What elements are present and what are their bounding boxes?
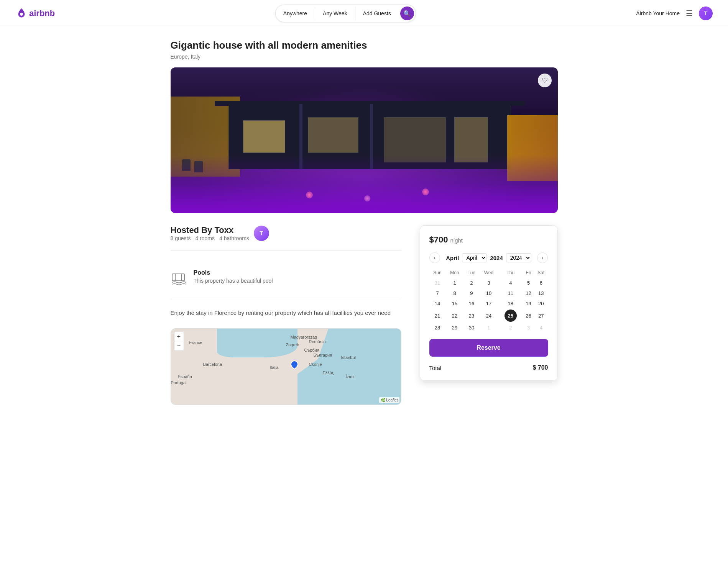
calendar-day[interactable]: 2 <box>498 323 523 333</box>
host-name: Hosted By Toxx <box>171 225 249 235</box>
calendar-day[interactable]: 24 <box>479 309 498 323</box>
calendar-day[interactable]: 30 <box>464 323 480 333</box>
content-grid: Hosted By Toxx 8 guests 4 rooms 4 bathro… <box>171 225 558 405</box>
calendar-day[interactable]: 8 <box>446 288 464 298</box>
amenity-title: Pools <box>194 269 273 276</box>
total-section: Total $ 700 <box>429 364 548 371</box>
map-zoom-in[interactable]: + <box>174 332 184 341</box>
calendar-day[interactable]: 3 <box>523 323 534 333</box>
calendar-prev-btn[interactable]: ‹ <box>429 252 440 263</box>
host-section: Hosted By Toxx 8 guests 4 rooms 4 bathro… <box>171 225 401 251</box>
calendar-day[interactable]: 25 <box>498 309 523 323</box>
menu-icon[interactable]: ☰ <box>686 9 693 18</box>
leaflet-icon: 🌿 <box>381 398 385 402</box>
map-label-izmir: İzmir <box>346 374 355 379</box>
calendar-day[interactable]: 28 <box>429 323 446 333</box>
search-add-guests[interactable]: Add Guests <box>355 7 399 20</box>
calendar-day[interactable]: 23 <box>464 309 480 323</box>
calendar-day[interactable]: 20 <box>534 298 548 309</box>
svg-rect-1 <box>172 274 184 281</box>
price-night: night <box>450 237 463 244</box>
calendar-day[interactable]: 1 <box>479 323 498 333</box>
calendar-day[interactable]: 10 <box>479 288 498 298</box>
calendar-day[interactable]: 29 <box>446 323 464 333</box>
calendar-day[interactable]: 19 <box>523 298 534 309</box>
search-button[interactable]: 🔍 <box>400 7 414 20</box>
calendar-day[interactable]: 4 <box>534 323 548 333</box>
calendar: ‹ April AprilMayJune 2024 20242025 › <box>429 252 548 333</box>
pool-icon <box>171 271 186 290</box>
total-label: Total <box>429 365 442 371</box>
map-label-france: France <box>189 340 202 345</box>
calendar-month-select[interactable]: AprilMayJune <box>462 253 487 262</box>
cal-header-thu: Thu <box>498 268 523 278</box>
listing-location: Europe, Italy <box>171 54 558 60</box>
map-zoom-out[interactable]: − <box>174 341 184 351</box>
calendar-day[interactable]: 1 <box>446 278 464 288</box>
calendar-year-label: 2024 <box>490 255 503 261</box>
calendar-day[interactable]: 11 <box>498 288 523 298</box>
calendar-day[interactable]: 26 <box>523 309 534 323</box>
calendar-day[interactable]: 9 <box>464 288 480 298</box>
map-background: France España Portugal Italia Magyarorsz… <box>171 329 401 405</box>
cal-header-wed: Wed <box>479 268 498 278</box>
calendar-grid: Sun Mon Tue Wed Thu Fri Sat 311234567891… <box>429 268 548 333</box>
host-avatar: T <box>254 226 269 241</box>
map-water-north <box>217 329 297 357</box>
host-info: Hosted By Toxx 8 guests 4 rooms 4 bathro… <box>171 225 249 241</box>
calendar-header: ‹ April AprilMayJune 2024 20242025 › <box>429 252 548 263</box>
svg-point-0 <box>20 13 23 16</box>
calendar-day[interactable]: 14 <box>429 298 446 309</box>
calendar-day[interactable]: 3 <box>479 278 498 288</box>
map-label-greece: Ελλάς <box>323 370 334 375</box>
airbnb-home-link[interactable]: Airbnb Your Home <box>636 10 680 16</box>
calendar-day[interactable]: 21 <box>429 309 446 323</box>
guest-count: 8 guests <box>171 235 191 241</box>
calendar-day[interactable]: 18 <box>498 298 523 309</box>
calendar-day[interactable]: 6 <box>534 278 548 288</box>
search-anywhere[interactable]: Anywhere <box>276 7 315 20</box>
logo-text: airbnb <box>29 8 55 18</box>
calendar-next-btn[interactable]: › <box>537 252 548 263</box>
search-any-week[interactable]: Any Week <box>315 7 355 20</box>
logo[interactable]: airbnb <box>15 7 55 20</box>
total-amount: $ 700 <box>532 364 548 371</box>
calendar-day[interactable]: 17 <box>479 298 498 309</box>
map-zoom-controls: + − <box>174 332 184 351</box>
listing-title: Gigantic house with all modern amenities <box>171 39 558 51</box>
reserve-button[interactable]: Reserve <box>429 339 548 357</box>
calendar-day[interactable]: 12 <box>523 288 534 298</box>
header-right: Airbnb Your Home ☰ T <box>636 7 713 20</box>
wishlist-button[interactable]: ♡ <box>538 74 552 87</box>
calendar-day[interactable]: 5 <box>523 278 534 288</box>
calendar-month-year: April AprilMayJune 2024 20242025 <box>446 253 531 262</box>
calendar-day[interactable]: 15 <box>446 298 464 309</box>
search-bar: Anywhere Any Week Add Guests 🔍 <box>275 5 416 22</box>
map-label-skopje: Ckonje <box>309 362 322 367</box>
listing-description: Enjoy the stay in Florence by renting ou… <box>171 308 401 318</box>
calendar-day[interactable]: 27 <box>534 309 548 323</box>
user-avatar[interactable]: T <box>699 7 713 20</box>
calendar-day[interactable]: 4 <box>498 278 523 288</box>
booking-card: $700 night ‹ April AprilMayJune 2024 202… <box>420 225 558 381</box>
hero-image: ♡ <box>171 67 558 213</box>
map-attribution: 🌿 Leaflet <box>379 397 399 403</box>
map-label-barcelona: Barcelona <box>203 362 222 367</box>
calendar-day[interactable]: 16 <box>464 298 480 309</box>
map-container: France España Portugal Italia Magyarorsz… <box>171 328 401 405</box>
main-content: Gigantic house with all modern amenities… <box>163 27 565 417</box>
calendar-day[interactable]: 7 <box>429 288 446 298</box>
map-label-zagreb: Zagreb <box>286 342 299 347</box>
calendar-day[interactable]: 13 <box>534 288 548 298</box>
room-count: 4 rooms <box>195 235 215 241</box>
calendar-year-select[interactable]: 20242025 <box>506 253 531 262</box>
calendar-day[interactable]: 22 <box>446 309 464 323</box>
amenity-section: Pools This property has a beautiful pool <box>171 260 401 299</box>
calendar-day[interactable]: 2 <box>464 278 480 288</box>
price-header: $700 night <box>429 235 548 245</box>
calendar-day[interactable]: 31 <box>429 278 446 288</box>
host-details: 8 guests 4 rooms 4 bathrooms <box>171 235 249 241</box>
map-pin[interactable] <box>291 360 298 371</box>
cal-header-fri: Fri <box>523 268 534 278</box>
map-label-serbia: Сърбия <box>304 348 319 352</box>
